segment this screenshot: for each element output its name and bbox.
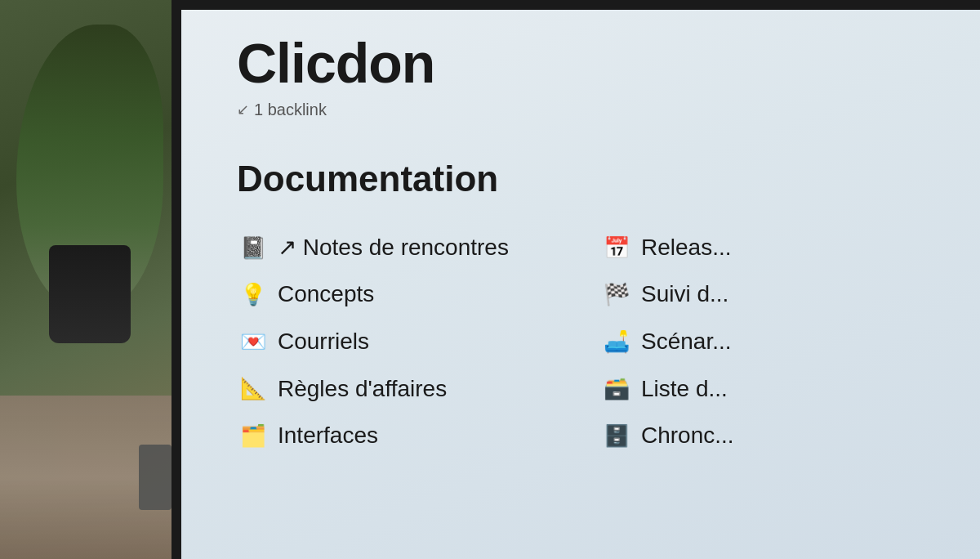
list-item[interactable]: 🗂️ Interfaces [237,414,568,458]
shelf-item [139,445,172,510]
plant-pot [49,245,131,343]
backlink-icon: ↙ [237,101,249,119]
item-label: Liste d... [641,375,728,403]
item-label: Concepts [278,280,374,308]
item-icon: 🗄️ [604,425,630,446]
list-item[interactable]: 💡 Concepts [237,272,568,316]
list-item[interactable]: 🗃️ Liste d... [600,367,931,411]
list-item[interactable]: 📓 ↗ Notes de rencontres [237,226,568,270]
item-icon: 📅 [604,237,630,258]
list-item[interactable]: 📐 Règles d'affaires [237,367,568,411]
monitor-bezel-top [172,0,980,10]
page-title: Clicdon [237,33,931,94]
item-label: Chronc... [641,422,734,449]
item-icon: 🗃️ [604,378,630,399]
backlink-text: 1 backlink [254,101,327,119]
left-column: 📓 ↗ Notes de rencontres 💡 Concepts 💌 Cou… [237,226,568,458]
background-left [0,0,188,559]
item-icon: 🗂️ [240,425,266,446]
section-title: Documentation [237,159,931,199]
item-label: Règles d'affaires [278,375,447,403]
item-label: Releas... [641,234,732,262]
list-item[interactable]: 💌 Courriels [237,320,568,364]
item-label: Scénar... [641,328,732,356]
item-label: Courriels [278,328,369,356]
list-container: 📓 ↗ Notes de rencontres 💡 Concepts 💌 Cou… [237,226,931,458]
backlink[interactable]: ↙ 1 backlink [237,101,931,119]
list-item[interactable]: 📅 Releas... [600,226,931,270]
list-item[interactable]: 🏁 Suivi d... [600,272,931,316]
right-column: 📅 Releas... 🏁 Suivi d... 🛋️ Scénar... 🗃️… [600,226,931,458]
item-label: Interfaces [278,422,378,449]
item-label: Suivi d... [641,280,728,308]
shelf [0,396,188,559]
item-label: ↗ Notes de rencontres [278,234,509,262]
list-item[interactable]: 🗄️ Chronc... [600,414,931,458]
list-item[interactable]: 🛋️ Scénar... [600,320,931,364]
item-icon: 🛋️ [604,331,630,352]
item-icon: 📐 [240,378,266,399]
item-icon: 📓 [240,237,266,258]
item-icon: 💌 [240,331,266,352]
monitor-bezel-left [172,0,181,559]
item-icon: 🏁 [604,284,630,305]
screen: Clicdon ↙ 1 backlink Documentation 📓 ↗ N… [172,0,980,559]
item-icon: 💡 [240,284,266,305]
